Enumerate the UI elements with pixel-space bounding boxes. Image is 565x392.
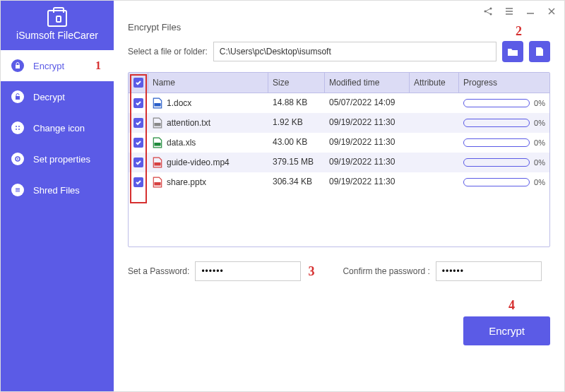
select-all-checkbox[interactable] [133, 78, 143, 88]
file-time: 09/19/2022 11:30 [325, 113, 410, 133]
svg-rect-20 [154, 123, 160, 126]
file-attr [410, 133, 459, 153]
col-header-prog[interactable]: Progress [459, 73, 549, 93]
grid-icon [11, 121, 25, 135]
titlebar [114, 1, 564, 22]
file-time: 09/19/2022 11:30 [325, 153, 410, 172]
file-name: guide-video.mp4 [167, 158, 230, 167]
file-name: share.pptx [167, 177, 206, 187]
svg-rect-23 [154, 182, 160, 186]
annotation-badge-1: 1 [95, 59, 101, 72]
file-name: attention.txt [167, 118, 210, 128]
svg-point-4 [16, 129, 17, 130]
nav-list: Encrypt 1 Decrypt Change icon Set pr [1, 50, 114, 206]
annotation-badge-3: 3 [308, 264, 314, 279]
unlock-icon [11, 90, 25, 104]
sidebar-item-label: Decrypt [33, 92, 65, 102]
annotation-badge-4: 4 [509, 298, 515, 313]
logo-area: iSumsoft FileCarer [1, 1, 114, 50]
minimize-icon[interactable] [525, 6, 536, 17]
progress-bar [463, 138, 530, 147]
progress-bar [463, 158, 530, 167]
progress-bar [463, 178, 530, 186]
app-title: iSumsoft FileCarer [16, 30, 98, 41]
encrypt-button[interactable]: Encrypt [463, 316, 550, 345]
confirm-password-label: Confirm the password : [343, 266, 429, 276]
progress-bar [463, 119, 530, 127]
sidebar-item-set-properties[interactable]: Set properties [1, 143, 114, 174]
app-logo-icon [47, 10, 67, 27]
file-name: data.xls [167, 138, 196, 148]
row-checkbox[interactable] [133, 138, 143, 148]
sidebar-item-label: Change icon [33, 123, 85, 133]
svg-point-5 [18, 129, 20, 130]
file-table: Name Size Modified time Attribute Progre… [128, 72, 550, 247]
file-time: 09/19/2022 11:30 [325, 172, 410, 192]
svg-rect-19 [154, 103, 160, 107]
sidebar-item-shred-files[interactable]: Shred Files [1, 174, 114, 206]
file-size: 379.15 MB [268, 153, 325, 172]
sidebar: iSumsoft FileCarer Encrypt 1 Decrypt [1, 1, 114, 391]
file-time: 05/07/2022 14:09 [325, 93, 410, 113]
progress-text: 0% [534, 138, 545, 147]
svg-rect-22 [154, 162, 160, 166]
close-icon[interactable] [546, 6, 557, 17]
svg-point-2 [16, 126, 17, 127]
sidebar-item-label: Shred Files [33, 185, 80, 196]
progress-text: 0% [534, 158, 545, 167]
gear-icon [11, 152, 25, 166]
sidebar-item-encrypt[interactable]: Encrypt 1 [1, 50, 114, 81]
browse-folder-button[interactable] [502, 41, 523, 62]
file-time: 09/19/2022 11:30 [325, 133, 410, 153]
annotation-badge-2: 2 [516, 24, 522, 39]
sidebar-item-label: Set properties [33, 154, 90, 165]
file-attr [410, 93, 459, 113]
progress-text: 0% [534, 119, 545, 127]
row-checkbox[interactable] [133, 158, 143, 167]
menu-icon[interactable] [504, 6, 515, 17]
progress-text: 0% [534, 99, 545, 107]
table-row[interactable]: 1.docx14.88 KB05/07/2022 14:090% [129, 93, 549, 113]
share-icon[interactable] [482, 6, 494, 17]
file-type-icon [153, 137, 162, 148]
set-password-label: Set a Password: [128, 266, 189, 276]
lock-icon [11, 59, 25, 73]
table-row[interactable]: data.xls43.00 KB09/19/2022 11:300% [129, 133, 549, 153]
file-size: 14.88 KB [268, 93, 325, 113]
browse-file-button[interactable] [529, 41, 550, 62]
file-type-icon [153, 177, 162, 188]
progress-text: 0% [534, 178, 545, 186]
svg-point-3 [18, 126, 20, 127]
col-header-attr[interactable]: Attribute [410, 73, 459, 93]
svg-line-11 [485, 8, 491, 11]
row-checkbox[interactable] [133, 177, 143, 187]
sidebar-item-change-icon[interactable]: Change icon [1, 112, 114, 143]
file-attr [410, 153, 459, 172]
path-label: Select a file or folder: [128, 47, 208, 57]
col-header-size[interactable]: Size [268, 73, 325, 93]
file-size: 306.34 KB [268, 172, 325, 192]
svg-rect-0 [16, 65, 20, 69]
confirm-password-input[interactable] [436, 261, 542, 281]
table-row[interactable]: share.pptx306.34 KB09/19/2022 11:300% [129, 172, 549, 192]
col-header-time[interactable]: Modified time [325, 73, 410, 93]
row-checkbox[interactable] [133, 118, 143, 128]
sidebar-item-decrypt[interactable]: Decrypt [1, 81, 114, 112]
file-attr [410, 113, 459, 133]
file-type-icon [153, 97, 162, 109]
row-checkbox[interactable] [133, 98, 143, 108]
main-panel: Encrypt Files 2 Select a file or folder:… [114, 1, 564, 391]
shred-icon [11, 183, 25, 197]
table-row[interactable]: attention.txt1.92 KB09/19/2022 11:300% [129, 113, 549, 133]
set-password-input[interactable] [195, 261, 301, 281]
svg-line-12 [485, 11, 491, 14]
folder-icon [507, 47, 518, 57]
svg-rect-1 [16, 96, 20, 100]
table-header: Name Size Modified time Attribute Progre… [129, 73, 549, 93]
col-header-name[interactable]: Name [148, 73, 268, 93]
path-input[interactable] [213, 42, 496, 61]
file-name: 1.docx [167, 98, 191, 108]
table-row[interactable]: guide-video.mp4379.15 MB09/19/2022 11:30… [129, 153, 549, 172]
file-size: 43.00 KB [268, 133, 325, 153]
section-title: Encrypt Files [128, 22, 550, 32]
